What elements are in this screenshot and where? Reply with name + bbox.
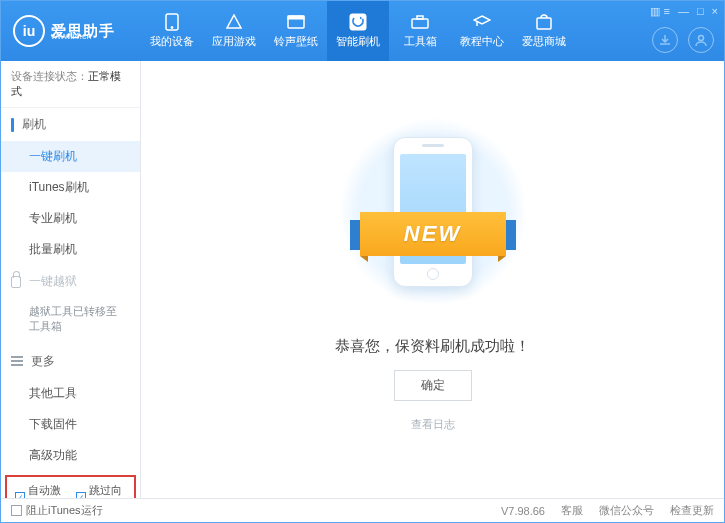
top-nav: 我的设备 应用游戏 铃声壁纸 智能刷机 工具箱 教程中心: [141, 1, 575, 61]
sidebar-group-jailbreak[interactable]: 一键越狱: [1, 265, 140, 298]
user-button[interactable]: [688, 27, 714, 53]
main-content: NEW 恭喜您，保资料刷机成功啦！ 确定 查看日志: [141, 61, 724, 498]
minimize-icon[interactable]: —: [678, 5, 689, 18]
svg-rect-6: [417, 16, 423, 19]
app-url: www.i4.cn: [51, 31, 92, 41]
logo-icon: iu: [13, 15, 45, 47]
svg-point-1: [171, 27, 173, 29]
maximize-icon[interactable]: □: [697, 5, 704, 18]
new-ribbon: NEW: [350, 212, 516, 258]
header-actions: [652, 27, 714, 53]
service-link[interactable]: 客服: [561, 503, 583, 518]
sidebar-item-itunes[interactable]: iTunes刷机: [1, 172, 140, 203]
sidebar-item-advanced[interactable]: 高级功能: [1, 440, 140, 471]
phone-icon: [162, 13, 182, 31]
checkbox-skip-guide[interactable]: ✓跳过向导: [76, 483, 127, 498]
nav-tutorials[interactable]: 教程中心: [451, 1, 513, 61]
app-window: iu 爱思助手 www.i4.cn 我的设备 应用游戏 铃声壁纸 智能刷机: [0, 0, 725, 523]
wallpaper-icon: [286, 13, 306, 31]
svg-rect-5: [412, 19, 428, 28]
footer: 阻止iTunes运行 V7.98.66 客服 微信公众号 检查更新: [1, 498, 724, 522]
jailbreak-note: 越狱工具已转移至工具箱: [29, 304, 122, 335]
logo-area: iu 爱思助手 www.i4.cn: [1, 15, 141, 47]
sidebar-group-more[interactable]: 更多: [1, 345, 140, 378]
footer-right: V7.98.66 客服 微信公众号 检查更新: [501, 503, 714, 518]
sidebar: 设备连接状态：正常模式 刷机 一键刷机 iTunes刷机 专业刷机 批量刷机 一…: [1, 61, 141, 498]
apps-icon: [224, 13, 244, 31]
connection-status: 设备连接状态：正常模式: [1, 61, 140, 108]
toolbox-icon: [410, 13, 430, 31]
close-icon[interactable]: ×: [712, 5, 718, 18]
ok-button[interactable]: 确定: [394, 370, 472, 401]
store-icon: [534, 13, 554, 31]
nav-flash[interactable]: 智能刷机: [327, 1, 389, 61]
flash-icon: [348, 13, 368, 31]
nav-apps[interactable]: 应用游戏: [203, 1, 265, 61]
svg-point-8: [699, 36, 704, 41]
option-checkboxes: ✓自动激活 ✓跳过向导: [5, 475, 136, 498]
update-link[interactable]: 检查更新: [670, 503, 714, 518]
sidebar-item-batch[interactable]: 批量刷机: [1, 234, 140, 265]
sidebar-item-other[interactable]: 其他工具: [1, 378, 140, 409]
block-itunes-checkbox[interactable]: 阻止iTunes运行: [11, 503, 103, 518]
sidebar-item-oneclick[interactable]: 一键刷机: [1, 141, 140, 172]
nav-store[interactable]: 爱思商城: [513, 1, 575, 61]
view-log-link[interactable]: 查看日志: [411, 417, 455, 432]
success-illustration: NEW: [358, 127, 508, 307]
header: iu 爱思助手 www.i4.cn 我的设备 应用游戏 铃声壁纸 智能刷机: [1, 1, 724, 61]
wechat-link[interactable]: 微信公众号: [599, 503, 654, 518]
version-label: V7.98.66: [501, 505, 545, 517]
nav-my-device[interactable]: 我的设备: [141, 1, 203, 61]
checkbox-auto-activate[interactable]: ✓自动激活: [15, 483, 66, 498]
sidebar-group-flash[interactable]: 刷机: [1, 108, 140, 141]
checkbox-icon: [11, 505, 22, 516]
window-controls: ▥ ≡ — □ ×: [650, 5, 718, 18]
svg-rect-3: [288, 16, 304, 19]
sidebar-item-firmware[interactable]: 下载固件: [1, 409, 140, 440]
nav-ringtones[interactable]: 铃声壁纸: [265, 1, 327, 61]
nav-toolbox[interactable]: 工具箱: [389, 1, 451, 61]
lock-icon: [11, 276, 21, 288]
success-message: 恭喜您，保资料刷机成功啦！: [335, 337, 530, 356]
body: 设备连接状态：正常模式 刷机 一键刷机 iTunes刷机 专业刷机 批量刷机 一…: [1, 61, 724, 498]
tutorial-icon: [472, 13, 492, 31]
hamburger-icon: [11, 354, 23, 368]
sidebar-item-pro[interactable]: 专业刷机: [1, 203, 140, 234]
download-button[interactable]: [652, 27, 678, 53]
window-menu-icon[interactable]: ▥ ≡: [650, 5, 669, 18]
accent-bar-icon: [11, 118, 14, 132]
svg-rect-7: [537, 18, 551, 29]
